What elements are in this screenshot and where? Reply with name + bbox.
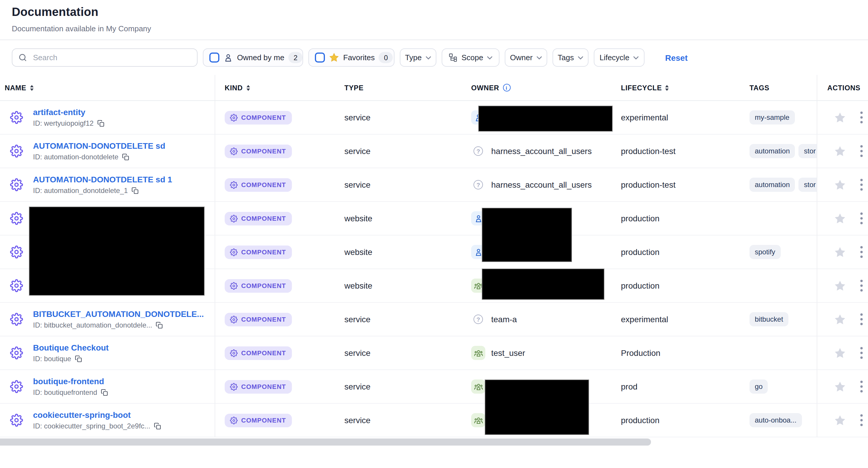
info-icon[interactable]: i — [503, 84, 510, 91]
entity-name-block: cookiecutter-spring-bootID: cookiecutter… — [33, 410, 161, 430]
kebab-menu-icon[interactable] — [859, 245, 864, 259]
type-filter-label: Type — [405, 53, 422, 62]
tag-chip[interactable]: go — [749, 379, 768, 393]
favorite-star-icon[interactable] — [834, 414, 846, 427]
cell-type: website — [342, 235, 468, 269]
gear-icon — [230, 214, 238, 222]
favorite-star-icon[interactable] — [834, 380, 846, 393]
type-value: service — [344, 180, 371, 189]
entity-id: ID: automation-donotdelete — [33, 153, 165, 161]
horizontal-scrollbar-thumb[interactable] — [0, 438, 651, 445]
owned-by-me-filter[interactable]: Owned by me 2 — [203, 49, 303, 67]
copy-icon[interactable] — [74, 355, 82, 362]
lifecycle-filter-label: Lifecycle — [599, 53, 629, 62]
sort-icon — [30, 85, 33, 91]
kebab-menu-icon[interactable] — [859, 379, 864, 393]
cell-owner: ?harness_account_all_users — [468, 168, 620, 202]
cell-actions — [817, 337, 868, 370]
search-box[interactable] — [12, 49, 197, 67]
component-gear-icon — [10, 346, 23, 359]
kind-badge: COMPONENT — [225, 144, 292, 158]
tag-chip[interactable]: auto-onboa... — [749, 413, 802, 427]
entity-name-link[interactable]: cookiecutter-spring-boot — [33, 410, 161, 419]
entity-name-link[interactable]: Boutique Checkout — [33, 343, 109, 352]
tag-chip[interactable]: my-sample — [749, 110, 795, 124]
kind-badge: COMPONENT — [225, 313, 292, 326]
cell-lifecycle: experimental — [620, 303, 747, 337]
cell-kind: COMPONENT — [215, 135, 342, 168]
tag-chip[interactable]: stor — [799, 178, 817, 192]
documentation-page: Documentation Documentation available in… — [0, 0, 868, 468]
favorites-count: 0 — [379, 52, 393, 63]
chevron-down-icon — [578, 56, 583, 59]
tag-chip[interactable]: bitbucket — [749, 312, 788, 326]
favorite-star-icon[interactable] — [834, 212, 846, 225]
kind-badge: COMPONENT — [225, 178, 292, 192]
favorite-star-icon[interactable] — [834, 246, 846, 258]
kebab-menu-icon[interactable] — [859, 178, 864, 192]
sort-icon — [665, 85, 669, 91]
favorite-star-icon[interactable] — [834, 178, 846, 191]
entity-name-link[interactable]: artifact-entity — [33, 108, 104, 117]
kebab-menu-icon[interactable] — [859, 312, 864, 326]
copy-icon[interactable] — [156, 322, 163, 329]
entity-name-link[interactable]: AUTOMATION-DONOTDELETE sd 1 — [33, 175, 172, 184]
cell-name: Boutique CheckoutID: boutique — [0, 337, 215, 370]
column-header-kind[interactable]: KIND — [215, 75, 342, 101]
favorite-star-icon[interactable] — [834, 280, 846, 292]
entity-name-link[interactable]: AUTOMATION-DONOTDELETE sd — [33, 141, 165, 150]
tags-filter-dropdown[interactable]: Tags — [553, 49, 588, 67]
cell-actions — [817, 404, 868, 437]
gear-icon — [230, 383, 238, 390]
copy-icon[interactable] — [101, 389, 108, 396]
favorite-star-icon[interactable] — [834, 111, 846, 124]
favorites-checkbox[interactable] — [315, 53, 325, 63]
copy-icon[interactable] — [131, 187, 138, 194]
lifecycle-filter-dropdown[interactable]: Lifecycle — [594, 49, 645, 67]
column-header-name[interactable]: NAME — [0, 75, 215, 101]
cell-type: service — [342, 404, 468, 437]
owned-by-me-checkbox[interactable] — [209, 53, 219, 63]
column-header-lifecycle[interactable]: LIFECYCLE — [620, 75, 747, 101]
user-icon — [223, 53, 233, 62]
copy-icon[interactable] — [154, 422, 161, 430]
copy-icon[interactable] — [97, 120, 104, 127]
cell-kind: COMPONENT — [215, 303, 342, 337]
tag-chip[interactable]: automation — [749, 178, 795, 192]
filter-bar: Owned by me 2 Favorites 0 Type Scope Own… — [0, 40, 868, 75]
entity-id-text: ID: cookiecutter_spring_boot_2e9fc... — [33, 422, 150, 430]
search-input[interactable] — [32, 53, 191, 63]
cell-lifecycle: production — [620, 404, 747, 437]
kind-badge: COMPONENT — [225, 380, 292, 393]
cell-type: service — [342, 337, 468, 370]
kind-badge-label: COMPONENT — [241, 148, 286, 155]
favorite-star-icon[interactable] — [834, 347, 846, 359]
gear-icon — [230, 248, 238, 256]
kebab-menu-icon[interactable] — [859, 346, 864, 360]
owner-filter-dropdown[interactable]: Owner — [505, 49, 547, 67]
owner-value: test_user — [491, 348, 525, 358]
cell-tags: auto-onboa... — [747, 404, 817, 437]
tag-chip[interactable]: spotify — [749, 245, 780, 259]
component-gear-icon — [10, 380, 23, 393]
kebab-menu-icon[interactable] — [859, 413, 864, 427]
component-gear-icon — [10, 245, 23, 259]
entity-name-link[interactable]: BITBUCKET_AUTOMATION_DONOTDELE... — [33, 309, 204, 319]
tag-chip[interactable]: stor — [799, 144, 817, 158]
scope-filter-dropdown[interactable]: Scope — [442, 49, 499, 67]
type-filter-dropdown[interactable]: Type — [400, 49, 436, 67]
kebab-menu-icon[interactable] — [859, 211, 864, 226]
gear-icon — [230, 316, 238, 323]
kebab-menu-icon[interactable] — [859, 279, 864, 293]
favorite-star-icon[interactable] — [834, 145, 846, 157]
copy-icon[interactable] — [122, 153, 129, 160]
reset-button[interactable]: Reset — [665, 53, 687, 62]
tag-chip[interactable]: automation — [749, 144, 795, 158]
entity-name-link[interactable]: boutique-frontend — [33, 377, 108, 386]
kebab-menu-icon[interactable] — [859, 144, 864, 158]
favorite-star-icon[interactable] — [834, 313, 846, 325]
cell-actions — [817, 303, 868, 337]
entity-name-block: Boutique CheckoutID: boutique — [33, 343, 109, 363]
kebab-menu-icon[interactable] — [859, 110, 864, 124]
favorites-filter[interactable]: Favorites 0 — [308, 49, 395, 67]
